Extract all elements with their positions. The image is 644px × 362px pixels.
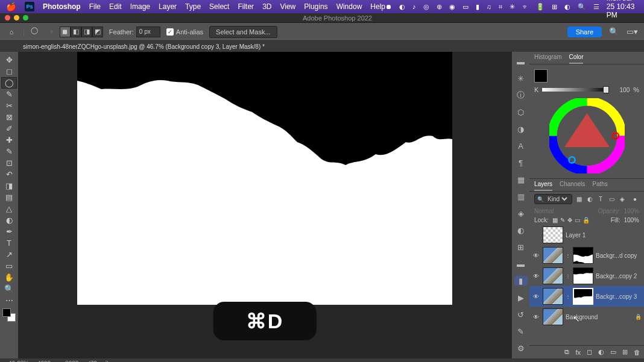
zoom-level[interactable]: 46.68% xyxy=(8,360,29,363)
layer-mask-thumbnail[interactable] xyxy=(573,288,593,305)
path-tool-icon[interactable]: ↗ xyxy=(1,249,17,260)
wifi-icon[interactable]: ᯤ xyxy=(522,3,529,10)
layer-name[interactable]: Layer 1 xyxy=(566,232,642,239)
dock-icon[interactable]: ✳ xyxy=(514,73,528,83)
control-center-icon[interactable]: ☰ xyxy=(593,3,599,11)
shape-tool-icon[interactable]: ▭ xyxy=(1,260,17,272)
menu-help[interactable]: Help xyxy=(370,2,385,11)
filter-smart-icon[interactable]: ◈ xyxy=(618,195,627,204)
menu-3d[interactable]: 3D xyxy=(262,2,271,11)
minimize-window-icon[interactable] xyxy=(14,15,19,20)
selection-add-icon[interactable]: ◧ xyxy=(71,27,81,37)
selection-tool-icon[interactable]: ✎ xyxy=(1,89,17,100)
dock-icon[interactable]: ▬ xyxy=(514,259,528,269)
menu-view[interactable]: View xyxy=(280,2,295,11)
gradient-tool-icon[interactable]: ▤ xyxy=(1,192,17,203)
menu-select[interactable]: Select xyxy=(209,2,229,11)
k-value[interactable]: 100 xyxy=(613,87,630,93)
status-icon[interactable]: ⊞ xyxy=(552,3,557,11)
dock-icon[interactable]: ▮ xyxy=(514,276,528,286)
dock-icon[interactable]: ◐ xyxy=(514,225,528,235)
layer-name[interactable]: Background xyxy=(566,314,633,320)
dock-icon[interactable]: ⊞ xyxy=(514,242,528,252)
layer-row[interactable]: 👁 ⋮ Backgr...d copy xyxy=(529,245,644,266)
status-icon[interactable]: ♫ xyxy=(487,3,491,10)
dock-icon[interactable]: ◑ xyxy=(514,124,528,134)
link-icon[interactable]: ⋮ xyxy=(566,273,570,279)
visibility-icon[interactable]: 👁 xyxy=(532,273,540,279)
layer-row[interactable]: 👁 ⋮ Backgr...copy 3 xyxy=(529,286,644,307)
status-icon[interactable]: ▭ xyxy=(462,3,469,11)
menu-layer[interactable]: Layer xyxy=(159,2,177,11)
select-and-mask-button[interactable]: Select and Mask... xyxy=(209,26,277,38)
dock-icon[interactable]: ▶ xyxy=(514,293,528,302)
share-button[interactable]: Share xyxy=(567,27,602,37)
marquee-tool-icon[interactable]: ◻ xyxy=(1,66,17,77)
lock-all-icon[interactable]: 🔒 xyxy=(582,217,590,223)
status-icon[interactable]: ♪ xyxy=(412,3,416,10)
foreground-swatch[interactable] xyxy=(534,69,548,83)
lasso-tool-icon[interactable]: ◯ xyxy=(1,77,17,89)
link-icon[interactable]: ⋮ xyxy=(566,253,570,258)
move-tool-icon[interactable]: ✥ xyxy=(1,54,17,66)
status-icon[interactable]: ◐ xyxy=(399,3,405,11)
stamp-tool-icon[interactable]: ⊡ xyxy=(1,157,17,169)
layer-thumbnail[interactable] xyxy=(543,288,563,305)
opacity-value[interactable]: 100% xyxy=(623,208,639,214)
antialias-checkbox[interactable]: ✓ xyxy=(166,28,174,36)
eraser-tool-icon[interactable]: ◨ xyxy=(1,180,17,192)
color-tab[interactable]: Color xyxy=(569,54,584,64)
lock-position-icon[interactable]: ✥ xyxy=(567,217,572,223)
adjustment-layer-icon[interactable]: ◐ xyxy=(598,348,604,356)
channels-tab[interactable]: Channels xyxy=(560,181,585,191)
status-icon[interactable]: ✳ xyxy=(510,3,515,11)
layer-name[interactable]: Backgr...d copy xyxy=(596,252,642,259)
healing-tool-icon[interactable]: ✚ xyxy=(1,134,17,146)
hand-tool-icon[interactable]: ✋ xyxy=(1,272,17,283)
status-icon[interactable]: ⌗ xyxy=(499,3,502,11)
menu-edit[interactable]: Edit xyxy=(109,2,122,11)
paths-tab[interactable]: Paths xyxy=(592,181,608,191)
layer-row[interactable]: 👁 ⋮ Backgr...copy 2 xyxy=(529,266,644,286)
dock-icon[interactable]: ▦ xyxy=(514,175,528,184)
layer-row[interactable]: 👁 Background 🔒 xyxy=(529,307,644,327)
search-icon[interactable]: 🔍 xyxy=(578,3,586,11)
document-tab[interactable]: simon-english-48nerZQCHgo-unsplash.jpg @… xyxy=(23,43,265,50)
filter-pixel-icon[interactable]: ▦ xyxy=(575,195,583,204)
photoshop-app-icon[interactable]: Ps xyxy=(25,2,34,11)
selection-intersect-icon[interactable]: ◩ xyxy=(92,27,103,37)
fill-value[interactable]: 100% xyxy=(623,217,639,223)
menu-file[interactable]: File xyxy=(89,2,101,11)
maximize-window-icon[interactable] xyxy=(23,15,28,20)
layer-mask-thumbnail[interactable] xyxy=(573,267,593,284)
zoom-tool-icon[interactable]: 🔍 xyxy=(1,283,17,295)
new-layer-icon[interactable]: ⊞ xyxy=(622,348,628,356)
feather-input[interactable] xyxy=(136,27,160,37)
histogram-tab[interactable]: Histogram xyxy=(534,54,562,64)
status-icon[interactable]: ◎ xyxy=(423,3,429,11)
menu-plugins[interactable]: Plugins xyxy=(304,2,327,11)
menu-window[interactable]: Window xyxy=(336,2,362,11)
add-mask-icon[interactable]: ◻ xyxy=(587,348,592,356)
filter-toggle-icon[interactable]: ● xyxy=(631,195,639,204)
layer-name[interactable]: Backgr...copy 2 xyxy=(596,273,642,279)
brush-tool-icon[interactable]: ✎ xyxy=(1,146,17,157)
status-icon[interactable]: ⊕ xyxy=(437,3,442,11)
crop-tool-icon[interactable]: ✂ xyxy=(1,100,17,111)
dock-icon[interactable]: ✎ xyxy=(514,326,528,336)
character-icon[interactable]: A xyxy=(514,141,528,151)
blend-mode-select[interactable]: Normal xyxy=(534,208,554,214)
pen-tool-icon[interactable]: ✒ xyxy=(1,226,17,237)
dock-icon[interactable]: ◈ xyxy=(514,208,528,218)
apple-menu-icon[interactable]: 🍎 xyxy=(6,2,16,11)
delete-layer-icon[interactable]: 🗑 xyxy=(634,349,640,356)
status-icon[interactable]: ◉ xyxy=(449,3,455,11)
dock-icon[interactable]: ⬡ xyxy=(514,107,528,117)
status-icon[interactable]: ◐ xyxy=(564,3,570,11)
menu-filter[interactable]: Filter xyxy=(238,2,254,11)
link-icon[interactable]: ⋮ xyxy=(566,294,570,299)
visibility-icon[interactable]: 👁 xyxy=(532,293,540,300)
layer-row[interactable]: Layer 1 xyxy=(529,225,644,245)
link-layers-icon[interactable]: ⧉ xyxy=(564,348,569,356)
filter-type-icon[interactable]: T xyxy=(596,195,605,204)
